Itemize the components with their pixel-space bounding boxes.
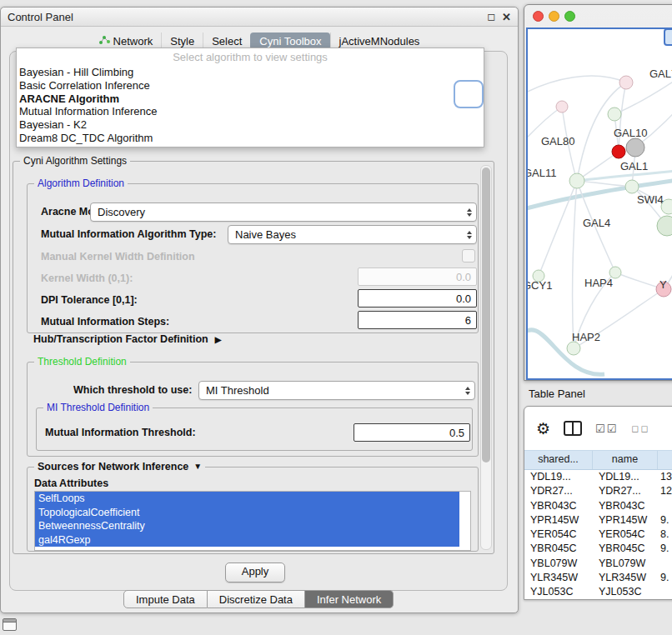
deselect-checkboxes-icon[interactable]: ◻◻ [631,423,649,434]
dropdown-option-bayesian-k2[interactable]: Bayesian - K2 [17,118,484,132]
kernel-width-field[interactable]: 0.0 [358,268,477,286]
table-header-cell[interactable]: name [593,451,658,469]
dropdown-option-dream8-dc-tdc-algorithm[interactable]: Dream8 DC_TDC Algorithm [17,132,484,145]
dropdown-option-basic-correlation-inference[interactable]: Basic Correlation Inference [17,79,484,92]
cyni-algorithm-settings-group: Cyni Algorithm Settings Algorithm Defini… [13,161,494,554]
float-window-icon[interactable]: ◻ [487,11,495,22]
table-cell: 13 [658,470,672,484]
network-corner-widget[interactable] [664,28,672,46]
table-cell: YER054C [524,528,593,542]
threshold-definition-group: Threshold Definition Which threshold to … [27,362,479,457]
mi-threshold-title: MI Threshold Definition [43,402,153,413]
network-node-label: SWI4 [637,193,664,206]
network-node-label: GAL80 [541,135,574,148]
dropdown-option-mutual-information-inference[interactable]: Mutual Information Inference [17,105,484,118]
select-all-checkboxes-icon[interactable]: ☑☑ [595,422,618,435]
attr-list-item[interactable]: SelfLoops [35,492,459,506]
minimize-traffic-light[interactable] [549,11,559,22]
data-attributes-list[interactable]: SelfLoopsTopologicalCoefficientBetweenne… [34,491,471,551]
network-node[interactable] [567,342,580,355]
sources-toggle[interactable]: Sources for Network Inference ▼ [34,461,205,472]
network-node[interactable] [657,216,672,236]
network-node[interactable] [625,180,639,193]
network-node[interactable] [556,101,568,112]
gear-icon[interactable]: ⚙ [536,421,550,437]
mi-threshold-field[interactable]: 0.5 [354,423,470,442]
table-row[interactable]: YER054CYER054C8. [524,528,672,542]
dropdown-options: Bayesian - Hill ClimbingBasic Correlatio… [17,66,484,145]
network-node[interactable] [626,138,644,157]
close-icon[interactable]: ✕ [502,11,511,23]
network-canvas[interactable]: GAL7GAL80GAL10GAL11GAL1SWI4GAL4GCY1HAP4Y… [526,28,672,380]
apply-button[interactable]: Apply [225,562,285,582]
dropdown-option-aracne-algorithm[interactable]: ARACNE Algorithm [17,92,484,106]
table-cell [658,499,672,513]
expand-right-icon: ▶ [215,335,222,344]
network-node[interactable] [569,173,584,188]
table-row[interactable]: YJL053CYJL053C [524,585,672,599]
expand-down-icon: ▼ [193,461,202,472]
table-panel-title: Table Panel [529,388,585,400]
settings-scrollbar[interactable] [480,165,492,550]
table-cell: YLR345W [593,571,658,585]
table-cell: YDR27... [524,484,593,498]
table-header-cell[interactable]: shared... [524,451,593,469]
table-cell: YJL053C [524,585,593,599]
desktop: Control Panel ◻ ✕ NetworkStyleSelectCyni… [0,0,672,635]
which-threshold-select[interactable]: MI Threshold [198,381,475,400]
table-row[interactable]: YLR345WYLR345W9. [524,571,672,585]
table-row[interactable]: YPR145WYPR145W9. [524,513,672,528]
zoom-traffic-light[interactable] [564,11,575,22]
algorithm-definition-title: Algorithm Definition [34,178,128,189]
bottom-tab-discretize-data[interactable]: Discretize Data [208,590,305,608]
network-view-window: GAL7GAL80GAL10GAL11GAL1SWI4GAL4GCY1HAP4Y… [524,4,672,381]
tab-label: jActiveMNodules [339,35,420,48]
dpi-tolerance-label: DPI Tolerance [0,1]: [41,294,138,306]
mi-steps-label: Mutual Information Steps: [41,316,169,328]
hub-definition-toggle[interactable]: Hub/Transcription Factor Definition ▶ [33,333,221,345]
manual-kernel-checkbox[interactable] [462,249,475,262]
docked-panel-icon[interactable] [3,618,17,631]
table-row[interactable]: YBR045CYBR045C9. [524,542,672,556]
table-cell: YBL079W [593,557,658,571]
dpi-tolerance-field[interactable]: 0.0 [358,289,477,308]
dropdown-placeholder: Select algorithm to view settings [17,48,484,66]
close-traffic-light[interactable] [533,11,544,22]
table-cell [658,557,672,571]
combo-value: MI Threshold [206,384,269,397]
network-node[interactable] [608,108,621,121]
sources-group: Sources for Network Inference ▼ Data Att… [27,467,479,552]
network-node[interactable] [619,76,633,89]
table-cell: 9. [658,542,672,556]
columns-icon[interactable] [564,421,582,436]
attr-list-item[interactable]: gal4RGexp [35,533,459,548]
mi-steps-field[interactable]: 6 [358,311,477,329]
dropdown-option-bayesian-hill-climbing[interactable]: Bayesian - Hill Climbing [17,66,484,79]
table-row[interactable]: YBR043CYBR043C [524,499,672,513]
docked-panel-icon-bar [3,619,16,622]
network-node[interactable] [612,145,625,158]
table-cell: YBR043C [593,499,658,513]
tab-label: Cyni Toolbox [259,35,321,48]
aracne-mode-select[interactable]: Discovery [90,202,477,222]
mi-threshold-label: Mutual Information Threshold: [45,427,196,438]
mi-type-label: Mutual Information Algorithm Type: [41,228,216,240]
scrollbar-thumb[interactable] [482,168,490,462]
table-cell: YPR145W [593,513,658,528]
bottom-tab-bar: Impute DataDiscretize DataInfer Network [123,590,394,608]
table-row[interactable]: YDR27...YDR27...12 [524,484,672,498]
table-row[interactable]: YBL079WYBL079W [524,557,672,571]
bottom-tab-infer-network[interactable]: Infer Network [305,590,394,608]
combo-value: Discovery [98,206,145,218]
attr-list-item[interactable]: TopologicalCoefficient [35,506,459,520]
chevron-updown-icon [467,231,472,239]
table-toolbar: ⚙ ☑☑ ◻◻ [524,407,672,450]
network-node-label: GCY1 [528,279,552,292]
bottom-tab-impute-data[interactable]: Impute Data [123,590,208,608]
table-header-cell[interactable] [658,451,672,469]
table-row[interactable]: YDL19...YDL19...13 [524,470,672,484]
mi-algorithm-type-select[interactable]: Naive Bayes [228,225,477,244]
control-panel-titlebar: Control Panel ◻ ✕ [1,8,518,27]
table-cell [658,585,672,599]
attr-list-item[interactable]: BetweennessCentrality [35,519,459,533]
